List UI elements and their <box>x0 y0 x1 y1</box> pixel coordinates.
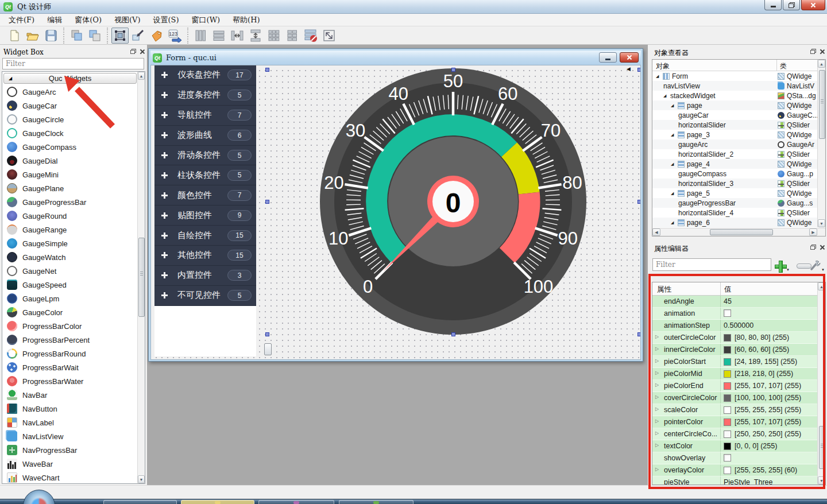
object-row-page_3[interactable]: ◢page_3QWidge <box>652 130 825 139</box>
menu-item-7[interactable]: 帮助(H) <box>226 14 266 26</box>
property-row-animation[interactable]: animation <box>652 308 825 320</box>
widget-item-gauge-lpm[interactable]: GaugeLpm <box>2 292 138 305</box>
layout-vertical-button[interactable] <box>192 28 209 44</box>
object-row-horizontalSlider_3[interactable]: horizontalSlider_3QSlider <box>652 179 825 188</box>
horizontal-slider-handle[interactable] <box>264 343 272 355</box>
expand-triangle-icon[interactable]: ▷ <box>655 443 659 448</box>
object-row-page[interactable]: ◢pageQWidge <box>652 100 825 110</box>
expand-triangle-icon[interactable]: ◢ <box>671 220 675 225</box>
property-row-pointerColor[interactable]: ▷pointerColor[255, 107, 107] (255) <box>652 416 825 428</box>
menu-item-2[interactable]: 编辑 <box>41 14 68 26</box>
expand-triangle-icon[interactable]: ▷ <box>655 394 659 400</box>
property-row-overlayColor[interactable]: ▷overlayColor[255, 255, 255] (60) <box>652 464 825 476</box>
widget-item-gauge-simple[interactable]: GaugeSimple <box>2 237 138 250</box>
scroll-up-button[interactable]: ▲ <box>818 282 825 290</box>
expand-triangle-icon[interactable]: ◢ <box>671 103 675 108</box>
save-form-button[interactable] <box>42 28 60 44</box>
property-row-pieStyle[interactable]: pieStylePieStyle_Three <box>652 476 825 485</box>
property-vscrollbar[interactable]: ▲ ▼ <box>817 282 825 484</box>
selection-handle[interactable] <box>451 68 455 72</box>
menu-item-6[interactable]: 窗口(W) <box>186 14 227 26</box>
expand-triangle-icon[interactable]: ▷ <box>655 334 659 339</box>
object-row-horizontalSlider_4[interactable]: horizontalSlider_4QSlider <box>652 208 825 218</box>
configure-property-editor-button[interactable]: ▼ <box>809 258 825 272</box>
expand-triangle-icon[interactable]: ▷ <box>655 370 659 375</box>
object-row-horizontalSlider_2[interactable]: horizontalSlider_2QSlider <box>652 149 825 159</box>
edit-widgets-button[interactable] <box>111 28 129 44</box>
object-row-gaugeProgressBar[interactable]: gaugeProgressBarGaug...s <box>652 198 825 208</box>
scroll-right-button[interactable]: ▶ <box>809 228 817 236</box>
adjust-size-button[interactable] <box>320 28 338 44</box>
close-button[interactable] <box>801 0 825 10</box>
widget-item-progressbar-water[interactable]: ProgressBarWater <box>2 374 138 388</box>
open-form-button[interactable] <box>24 28 41 44</box>
scroll-down-button[interactable]: ▼ <box>818 476 825 484</box>
property-row-endAngle[interactable]: endAngle45 <box>652 296 825 308</box>
menu-item-1[interactable]: 文件(F) <box>2 14 41 26</box>
scroll-up-button[interactable]: ▲ <box>818 60 825 68</box>
selection-handle[interactable] <box>637 68 641 72</box>
close-dock-icon[interactable] <box>140 49 145 54</box>
widget-item-wave-bar[interactable]: WaveBar <box>2 457 138 471</box>
inspector-hscrollbar[interactable]: ◀ ▶ <box>652 228 825 236</box>
widget-item-wave-chart[interactable]: WaveChart <box>2 471 138 484</box>
layout-split-horizontal-button[interactable] <box>229 28 246 44</box>
float-dock-icon[interactable] <box>130 49 136 54</box>
nav-category-3[interactable]: 导航控件7 <box>154 106 256 126</box>
nav-category-7[interactable]: 颜色控件7 <box>154 185 256 206</box>
layout-split-vertical-button[interactable] <box>247 28 264 44</box>
float-dock-icon[interactable] <box>810 245 816 250</box>
expand-triangle-icon[interactable]: ▷ <box>655 418 659 424</box>
restore-button[interactable] <box>783 0 800 10</box>
widget-item-nav-listview[interactable]: NavListView <box>2 429 138 443</box>
remove-dynamic-property-button[interactable] <box>791 258 811 272</box>
property-row-innerCircleColor[interactable]: ▷innerCircleColor[60, 60, 60] (255) <box>652 344 825 356</box>
object-row-gaugeCompass[interactable]: gaugeCompassGaug...p <box>652 169 825 179</box>
object-row-stackedWidget[interactable]: ◢stackedWidgetQSta...dg <box>652 91 825 100</box>
property-row-centerCircleCo[interactable]: ▷centerCircleCo...[250, 250, 250] (255) <box>652 428 825 440</box>
nav-category-11[interactable]: 内置控件3 <box>154 266 256 286</box>
close-dock-icon[interactable] <box>820 49 825 54</box>
object-row-Form[interactable]: ◢FormQWidge <box>652 71 825 81</box>
scroll-down-button[interactable]: ▼ <box>138 475 145 483</box>
nav-category-1[interactable]: 仪表盘控件17 <box>154 65 256 86</box>
edit-signals-slots-button[interactable] <box>130 28 147 44</box>
nav-category-2[interactable]: 进度条控件5 <box>154 86 256 106</box>
new-form-button[interactable] <box>6 28 23 44</box>
taskbar-button-3[interactable] <box>258 500 334 504</box>
property-row-pieColorMid[interactable]: ▷pieColorMid[218, 218, 0] (255) <box>652 368 825 380</box>
widget-item-nav-label[interactable]: NavLabel <box>2 416 138 429</box>
layout-form-button[interactable] <box>284 28 301 44</box>
nav-category-9[interactable]: 自绘控件15 <box>154 226 256 246</box>
selection-handle[interactable] <box>451 332 455 336</box>
nav-category-10[interactable]: 其他控件15 <box>154 246 256 266</box>
edit-tab-order-button[interactable]: 123 <box>167 28 184 44</box>
checkbox-unchecked[interactable] <box>724 309 731 317</box>
taskbar-button-2[interactable] <box>181 500 254 504</box>
widget-item-progressbar-color[interactable]: ProgressBarColor <box>2 319 138 333</box>
edit-buddies-button[interactable] <box>148 28 165 44</box>
widget-item-gauge-range[interactable]: GaugeRange <box>2 223 138 237</box>
scroll-down-button[interactable]: ▼ <box>818 219 825 227</box>
object-row-gaugeArc[interactable]: gaugeArcGaugeAr <box>652 139 825 149</box>
expand-triangle-icon[interactable]: ◢ <box>663 94 668 98</box>
expand-triangle-icon[interactable]: ▷ <box>655 467 659 472</box>
expand-triangle-icon[interactable]: ▷ <box>655 358 659 363</box>
nav-listview-empty-area[interactable] <box>154 306 256 356</box>
expand-triangle-icon[interactable]: ◢ <box>656 74 660 79</box>
property-row-pieColorEnd[interactable]: ▷pieColorEnd[255, 107, 107] (255) <box>652 380 825 392</box>
form-titlebar[interactable]: Qt Form - quc.ui <box>150 51 641 65</box>
form-minimize-button[interactable] <box>599 52 617 63</box>
widget-item-progressbar-percent[interactable]: ProgressBarPercent <box>2 333 138 347</box>
gauge-arc-widget[interactable]: 01020304050607080901000 <box>320 68 586 335</box>
widgetbox-scrollbar[interactable]: ▲ ▼ <box>137 72 145 483</box>
property-row-coverCircleColor[interactable]: ▷coverCircleColor[100, 100, 100] (255) <box>652 392 825 404</box>
scroll-thumb[interactable] <box>819 70 825 139</box>
nav-category-12[interactable]: 不可见控件5 <box>154 286 256 306</box>
break-layout-button[interactable] <box>302 28 319 44</box>
property-row-scaleColor[interactable]: ▷scaleColor[255, 255, 255] (255) <box>652 404 825 416</box>
object-row-horizontalSlider[interactable]: horizontalSliderQSlider <box>652 120 825 130</box>
selection-handle[interactable] <box>265 68 269 72</box>
widget-item-progressbar-round[interactable]: ProgressBarRound <box>2 347 138 360</box>
widget-item-gauge-progressbar[interactable]: GaugeProgressBar <box>2 195 138 209</box>
